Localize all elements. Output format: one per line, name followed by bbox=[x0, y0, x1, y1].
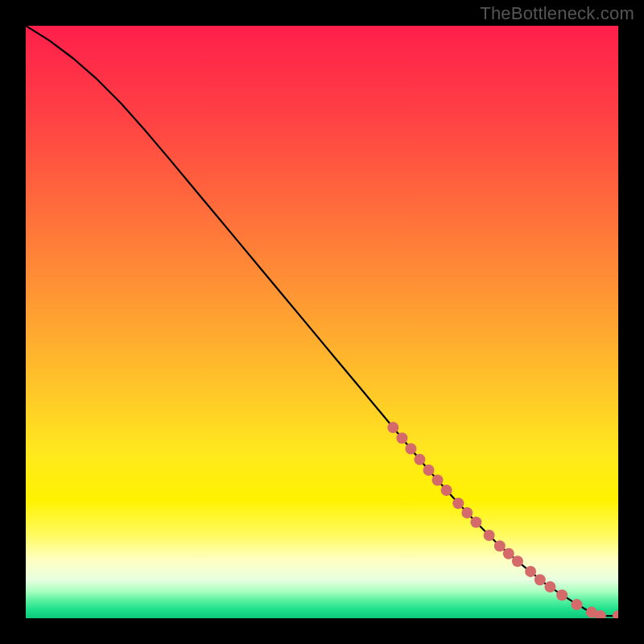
data-point bbox=[544, 581, 555, 592]
data-point bbox=[494, 540, 506, 551]
data-point bbox=[503, 548, 514, 559]
data-point bbox=[613, 610, 618, 618]
bottleneck-curve bbox=[26, 26, 618, 616]
data-point bbox=[405, 444, 416, 455]
watermark-text: TheBottleneck.com bbox=[480, 3, 634, 24]
chart-frame: TheBottleneck.com bbox=[0, 0, 644, 644]
data-point bbox=[461, 507, 473, 518]
data-point bbox=[441, 485, 452, 496]
data-point bbox=[432, 475, 444, 486]
data-point bbox=[387, 422, 398, 433]
data-point bbox=[512, 555, 523, 567]
data-point bbox=[414, 454, 425, 465]
plot-area bbox=[26, 26, 618, 618]
data-point bbox=[556, 589, 568, 601]
data-point bbox=[525, 566, 536, 577]
data-point bbox=[452, 497, 464, 509]
data-point bbox=[396, 432, 407, 444]
data-point bbox=[535, 574, 546, 585]
data-point bbox=[470, 517, 481, 528]
data-point bbox=[423, 464, 435, 476]
data-point bbox=[572, 599, 583, 610]
dot-layer bbox=[387, 422, 618, 618]
chart-overlay bbox=[26, 26, 618, 618]
data-point bbox=[484, 530, 495, 541]
